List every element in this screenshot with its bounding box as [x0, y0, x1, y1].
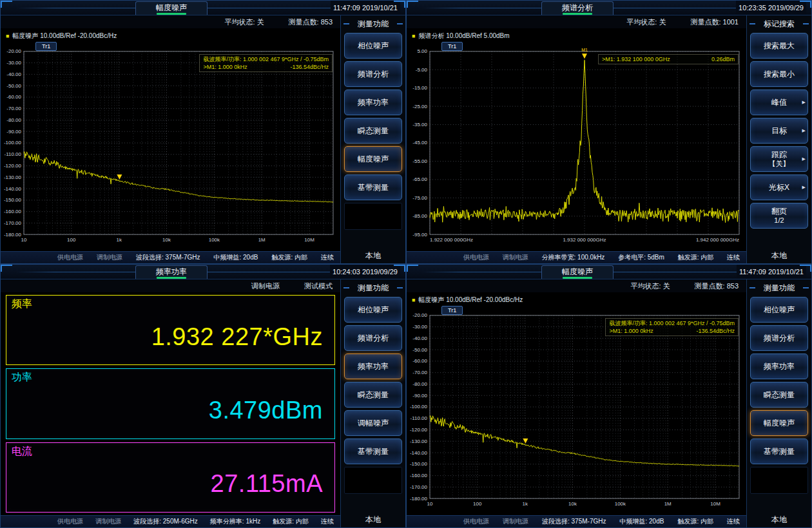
measurement-tab[interactable]: 幅度噪声 — [541, 265, 614, 279]
status-bar-item: 波段选择: 250M-6GHz — [133, 517, 197, 526]
plot-area: 5.00-5.00-15.00-25.00-35.00-45.00-55.00-… — [407, 28, 746, 251]
local-indicator: 本地 — [747, 513, 811, 526]
menu-button[interactable]: 调幅噪声 — [344, 410, 402, 436]
menu-button[interactable]: 相位噪声 — [344, 33, 402, 59]
measurement-tab-label: 幅度噪声 — [156, 3, 187, 12]
current-readout-value: 27.115mA — [12, 458, 329, 510]
menu-button-label: 频率功率 — [764, 362, 795, 371]
status-bar-item: 触发源: 内部 — [273, 517, 309, 526]
menu-button[interactable]: 跟踪【关】▶ — [750, 146, 808, 172]
marker-readout-row: >M1: 1.000 0kHz -136.54dBc/Hz — [609, 327, 735, 335]
menu-button[interactable]: 瞬态测量 — [344, 382, 402, 408]
status-bar: 供电电源调制电源波段选择: 250M-6GHz频率分辨率: 1kHz触发源: 内… — [1, 515, 340, 527]
status-bar-item: 触发源: 内部 — [271, 253, 307, 262]
measurement-tab-label: 频率功率 — [156, 267, 187, 276]
status-field: 平均状态: 关 — [630, 281, 670, 291]
menu-button[interactable]: 频率功率 — [750, 354, 808, 379]
measurement-tab[interactable]: 幅度噪声 — [135, 1, 208, 15]
svg-text:-30.00: -30.00 — [412, 324, 427, 330]
menu-button-label: 频率功率 — [358, 362, 389, 371]
menu-button-sublabel: 1/2 — [774, 216, 784, 225]
marker-frequency: >M1: 1.932 100 000 0GHz — [602, 55, 670, 63]
svg-text:10k: 10k — [162, 237, 171, 243]
submenu-arrow-icon: ▶ — [802, 185, 806, 190]
menu-header: 测量功能 — [341, 280, 405, 296]
status-row: 平均状态: 关测量点数: 853 — [1, 15, 340, 28]
status-row: 平均状态: 关测量点数: 1001 — [407, 15, 746, 28]
submenu-arrow-icon: ▶ — [802, 128, 806, 133]
status-field: 测量点数: 1001 — [690, 17, 739, 27]
menu-button[interactable]: 瞬态测量 — [344, 118, 402, 144]
panel-body: 平均状态: 关测量点数: 853 -20.00-30.00-40.00-50.0… — [407, 279, 811, 527]
panel-body: 平均状态: 关测量点数: 1001 5.00-5.00-15.00-25.00-… — [407, 15, 811, 263]
menu-button-label: 瞬态测量 — [764, 390, 795, 399]
svg-text:5.00: 5.00 — [417, 48, 427, 54]
menu-button-label: 基带测量 — [358, 183, 389, 192]
menu-button-label: 瞬态测量 — [358, 126, 389, 135]
svg-text:-70.00: -70.00 — [6, 106, 21, 111]
marker-readout: >M1: 1.932 100 000 0GHz 0.26dBm — [598, 54, 739, 64]
svg-text:-80.00: -80.00 — [6, 117, 21, 123]
menu-button-label: 瞬态测量 — [358, 390, 389, 399]
menu-button[interactable]: 频率功率 — [344, 354, 402, 379]
plot-content: 平均状态: 关测量点数: 853 -20.00-30.00-40.00-50.0… — [1, 15, 341, 263]
carrier-readout: 载波频率/功率: 1.000 002 467 9*GHz / -0.75dBm — [609, 319, 735, 327]
menu-button-label: 频谱分析 — [358, 334, 389, 343]
titlebar: 幅度噪声 11:47:09 2019/10/21 — [407, 265, 811, 279]
measurement-tab-label: 幅度噪声 — [562, 267, 593, 276]
titlebar: 频谱分析 10:23:35 2019/09/29 — [407, 1, 811, 15]
svg-text:1k: 1k — [116, 237, 121, 243]
menu-button[interactable]: 频谱分析 — [344, 325, 402, 351]
menu-button[interactable]: 幅度噪声 — [750, 410, 808, 436]
menu-button[interactable]: 频谱分析 — [750, 325, 808, 351]
menu-button[interactable]: 光标X▶ — [750, 174, 808, 200]
menu-button[interactable]: 频谱分析 — [344, 61, 402, 87]
local-indicator: 本地 — [747, 249, 811, 262]
menu-button-label: 调幅噪声 — [358, 419, 389, 428]
menu-button-label: 相位噪声 — [764, 305, 795, 314]
quadrant-bottom-right-amplitude-noise: 幅度噪声 11:47:09 2019/10/21 平均状态: 关测量点数: 85… — [406, 264, 812, 528]
svg-text:-95.00: -95.00 — [412, 232, 427, 238]
marker-value: -136.54dBc/Hz — [290, 63, 329, 71]
frequency-readout-value: 1.932 227*GHz — [12, 311, 329, 363]
menu-header: 测量功能 — [341, 16, 405, 32]
clock: 10:23:35 2019/09/29 — [736, 1, 806, 15]
menu-button[interactable]: 目标▶ — [750, 118, 808, 144]
readout-content: 调制电源测试模式 频率 1.932 227*GHz 功率 3.479dBm 电流… — [1, 279, 341, 527]
measurement-tab-label: 频谱分析 — [562, 3, 593, 12]
svg-text:-120.00: -120.00 — [410, 427, 428, 433]
measurement-tab[interactable]: 频率功率 — [135, 265, 208, 279]
menu-button[interactable]: 基带测量 — [344, 174, 402, 200]
measurement-readouts: 频率 1.932 227*GHz 功率 3.479dBm 电流 27.115mA — [1, 292, 340, 515]
measurement-tab[interactable]: 频谱分析 — [541, 1, 614, 15]
menu-button[interactable]: 峰值▶ — [750, 90, 808, 115]
clock: 11:47:09 2019/10/21 — [331, 1, 400, 15]
status-bar-item: 供电电源 — [57, 253, 83, 262]
menu-button-label: 基带测量 — [764, 447, 795, 456]
menu-button[interactable]: 相位噪声 — [344, 297, 402, 323]
menu-button[interactable]: 基带测量 — [750, 438, 808, 464]
menu-button[interactable]: 搜索最大 — [750, 33, 808, 59]
status-row: 平均状态: 关测量点数: 853 — [407, 279, 746, 292]
trace-tab[interactable]: Tr1 — [441, 306, 463, 315]
status-field: 测试模式 — [304, 281, 333, 291]
trace-tab[interactable]: Tr1 — [35, 42, 57, 51]
svg-text:-80.00: -80.00 — [412, 381, 427, 387]
svg-text:-130.00: -130.00 — [4, 174, 22, 180]
menu-button[interactable]: 搜索最小 — [750, 61, 808, 87]
status-bar-item: 连续 — [321, 517, 334, 526]
menu-button[interactable]: 基带测量 — [344, 438, 402, 464]
menu-button[interactable]: 幅度噪声 — [344, 146, 402, 172]
status-bar-item: 连续 — [321, 253, 334, 262]
menu-button[interactable]: 瞬态测量 — [750, 382, 808, 408]
menu-button[interactable]: 相位噪声 — [750, 297, 808, 323]
menu-button[interactable]: 频率功率 — [344, 90, 402, 115]
trace-tab[interactable]: Tr1 — [441, 42, 463, 51]
svg-text:-5.00: -5.00 — [416, 67, 428, 73]
trace-label: ■ 幅度噪声 10.00dB/Ref -20.00dBc/Hz — [6, 32, 117, 41]
menu-button[interactable]: 翻页1/2 — [750, 203, 808, 229]
svg-text:-110.00: -110.00 — [4, 151, 21, 157]
status-field: 调制电源 — [251, 281, 280, 291]
panel-body: 调制电源测试模式 频率 1.932 227*GHz 功率 3.479dBm 电流… — [1, 279, 405, 527]
menu-header: 测量功能 — [747, 280, 811, 296]
